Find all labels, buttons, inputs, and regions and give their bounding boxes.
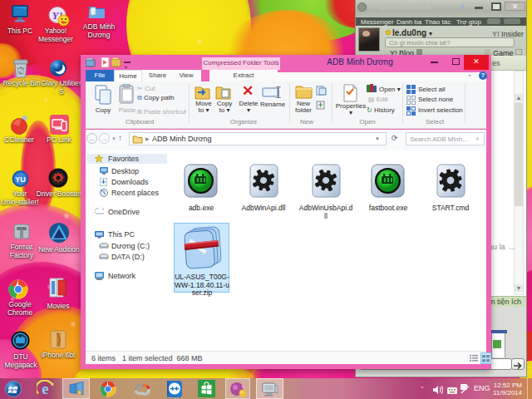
svg-text:e: e	[42, 380, 48, 397]
svg-text:YU: YU	[15, 175, 26, 184]
